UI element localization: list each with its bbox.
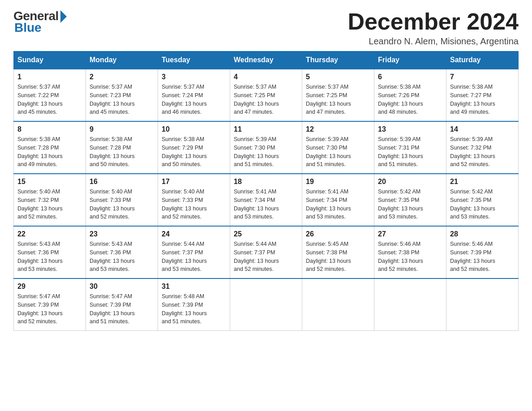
day-cell-13: 13Sunrise: 5:39 AMSunset: 7:31 PMDayligh… — [374, 121, 446, 174]
day-cell-25: 25Sunrise: 5:44 AMSunset: 7:37 PMDayligh… — [230, 226, 302, 278]
day-cell-24: 24Sunrise: 5:44 AMSunset: 7:37 PMDayligh… — [158, 226, 230, 278]
day-number: 5 — [306, 73, 370, 81]
day-number: 19 — [306, 178, 370, 186]
day-info: Sunrise: 5:38 AMSunset: 7:26 PMDaylight:… — [378, 83, 442, 116]
calendar-header-row: SundayMondayTuesdayWednesdayThursdayFrid… — [14, 51, 519, 69]
day-cell-26: 26Sunrise: 5:45 AMSunset: 7:38 PMDayligh… — [302, 226, 374, 278]
day-number: 24 — [162, 230, 226, 238]
empty-cell — [446, 278, 519, 331]
day-number: 26 — [306, 230, 370, 238]
week-row-5: 29Sunrise: 5:47 AMSunset: 7:39 PMDayligh… — [14, 278, 519, 331]
month-title: December 2024 — [348, 9, 519, 34]
day-number: 14 — [450, 125, 515, 133]
day-info: Sunrise: 5:40 AMSunset: 7:32 PMDaylight:… — [17, 188, 82, 221]
day-info: Sunrise: 5:38 AMSunset: 7:29 PMDaylight:… — [162, 135, 226, 169]
day-cell-11: 11Sunrise: 5:39 AMSunset: 7:30 PMDayligh… — [230, 121, 302, 174]
day-info: Sunrise: 5:39 AMSunset: 7:30 PMDaylight:… — [234, 135, 298, 169]
day-cell-12: 12Sunrise: 5:39 AMSunset: 7:30 PMDayligh… — [302, 121, 374, 174]
title-section: December 2024 Leandro N. Alem, Misiones,… — [348, 9, 519, 47]
day-info: Sunrise: 5:46 AMSunset: 7:39 PMDaylight:… — [450, 240, 515, 274]
week-row-2: 8Sunrise: 5:38 AMSunset: 7:28 PMDaylight… — [14, 121, 519, 174]
day-cell-8: 8Sunrise: 5:38 AMSunset: 7:28 PMDaylight… — [14, 121, 86, 174]
empty-cell — [230, 278, 302, 331]
day-number: 27 — [378, 230, 442, 238]
day-number: 15 — [17, 178, 82, 186]
day-info: Sunrise: 5:45 AMSunset: 7:38 PMDaylight:… — [306, 240, 370, 274]
header-thursday: Thursday — [302, 51, 374, 69]
day-number: 8 — [17, 125, 82, 133]
day-cell-5: 5Sunrise: 5:37 AMSunset: 7:25 PMDaylight… — [302, 69, 374, 121]
day-number: 16 — [90, 178, 154, 186]
day-cell-4: 4Sunrise: 5:37 AMSunset: 7:25 PMDaylight… — [230, 69, 302, 121]
day-number: 10 — [162, 125, 226, 133]
day-number: 29 — [17, 283, 82, 291]
day-info: Sunrise: 5:40 AMSunset: 7:33 PMDaylight:… — [90, 188, 154, 221]
day-info: Sunrise: 5:38 AMSunset: 7:28 PMDaylight:… — [17, 135, 82, 169]
day-cell-27: 27Sunrise: 5:46 AMSunset: 7:38 PMDayligh… — [374, 226, 446, 278]
header-saturday: Saturday — [446, 51, 519, 69]
day-cell-10: 10Sunrise: 5:38 AMSunset: 7:29 PMDayligh… — [158, 121, 230, 174]
day-info: Sunrise: 5:39 AMSunset: 7:30 PMDaylight:… — [306, 135, 370, 169]
header-wednesday: Wednesday — [230, 51, 302, 69]
header-monday: Monday — [86, 51, 158, 69]
day-cell-23: 23Sunrise: 5:43 AMSunset: 7:36 PMDayligh… — [86, 226, 158, 278]
header-tuesday: Tuesday — [158, 51, 230, 69]
day-number: 31 — [162, 283, 226, 291]
day-cell-16: 16Sunrise: 5:40 AMSunset: 7:33 PMDayligh… — [86, 174, 158, 226]
day-cell-30: 30Sunrise: 5:47 AMSunset: 7:39 PMDayligh… — [86, 278, 158, 331]
header-friday: Friday — [374, 51, 446, 69]
day-number: 28 — [450, 230, 515, 238]
day-info: Sunrise: 5:42 AMSunset: 7:35 PMDaylight:… — [378, 188, 442, 221]
day-cell-22: 22Sunrise: 5:43 AMSunset: 7:36 PMDayligh… — [14, 226, 86, 278]
day-number: 2 — [90, 73, 154, 81]
logo-blue-text: Blue — [14, 21, 42, 35]
day-info: Sunrise: 5:43 AMSunset: 7:36 PMDaylight:… — [17, 240, 82, 274]
day-cell-28: 28Sunrise: 5:46 AMSunset: 7:39 PMDayligh… — [446, 226, 519, 278]
day-info: Sunrise: 5:42 AMSunset: 7:35 PMDaylight:… — [450, 188, 515, 221]
day-info: Sunrise: 5:37 AMSunset: 7:22 PMDaylight:… — [17, 83, 82, 116]
day-cell-20: 20Sunrise: 5:42 AMSunset: 7:35 PMDayligh… — [374, 174, 446, 226]
day-number: 9 — [90, 125, 154, 133]
day-cell-14: 14Sunrise: 5:39 AMSunset: 7:32 PMDayligh… — [446, 121, 519, 174]
day-info: Sunrise: 5:37 AMSunset: 7:25 PMDaylight:… — [306, 83, 370, 116]
week-row-1: 1Sunrise: 5:37 AMSunset: 7:22 PMDaylight… — [14, 69, 519, 121]
day-info: Sunrise: 5:47 AMSunset: 7:39 PMDaylight:… — [90, 292, 154, 326]
day-info: Sunrise: 5:44 AMSunset: 7:37 PMDaylight:… — [162, 240, 226, 274]
empty-cell — [374, 278, 446, 331]
day-cell-18: 18Sunrise: 5:41 AMSunset: 7:34 PMDayligh… — [230, 174, 302, 226]
day-info: Sunrise: 5:39 AMSunset: 7:32 PMDaylight:… — [450, 135, 515, 169]
day-number: 23 — [90, 230, 154, 238]
day-info: Sunrise: 5:43 AMSunset: 7:36 PMDaylight:… — [90, 240, 154, 274]
day-number: 7 — [450, 73, 515, 81]
day-cell-15: 15Sunrise: 5:40 AMSunset: 7:32 PMDayligh… — [14, 174, 86, 226]
day-number: 4 — [234, 73, 298, 81]
day-number: 6 — [378, 73, 442, 81]
location: Leandro N. Alem, Misiones, Argentina — [348, 36, 519, 47]
day-number: 20 — [378, 178, 442, 186]
day-number: 1 — [17, 73, 82, 81]
day-cell-21: 21Sunrise: 5:42 AMSunset: 7:35 PMDayligh… — [446, 174, 519, 226]
day-number: 25 — [234, 230, 298, 238]
day-cell-3: 3Sunrise: 5:37 AMSunset: 7:24 PMDaylight… — [158, 69, 230, 121]
day-info: Sunrise: 5:37 AMSunset: 7:25 PMDaylight:… — [234, 83, 298, 116]
calendar-table: SundayMondayTuesdayWednesdayThursdayFrid… — [13, 51, 519, 331]
day-info: Sunrise: 5:44 AMSunset: 7:37 PMDaylight:… — [234, 240, 298, 274]
week-row-4: 22Sunrise: 5:43 AMSunset: 7:36 PMDayligh… — [14, 226, 519, 278]
day-cell-7: 7Sunrise: 5:38 AMSunset: 7:27 PMDaylight… — [446, 69, 519, 121]
day-info: Sunrise: 5:41 AMSunset: 7:34 PMDaylight:… — [306, 188, 370, 221]
day-number: 22 — [17, 230, 82, 238]
day-cell-9: 9Sunrise: 5:38 AMSunset: 7:28 PMDaylight… — [86, 121, 158, 174]
day-number: 18 — [234, 178, 298, 186]
day-info: Sunrise: 5:48 AMSunset: 7:39 PMDaylight:… — [162, 292, 226, 326]
day-cell-19: 19Sunrise: 5:41 AMSunset: 7:34 PMDayligh… — [302, 174, 374, 226]
day-number: 13 — [378, 125, 442, 133]
day-cell-31: 31Sunrise: 5:48 AMSunset: 7:39 PMDayligh… — [158, 278, 230, 331]
day-cell-17: 17Sunrise: 5:40 AMSunset: 7:33 PMDayligh… — [158, 174, 230, 226]
day-number: 3 — [162, 73, 226, 81]
day-number: 12 — [306, 125, 370, 133]
header-sunday: Sunday — [14, 51, 86, 69]
page-header: General Blue December 2024 Leandro N. Al… — [13, 9, 519, 47]
week-row-3: 15Sunrise: 5:40 AMSunset: 7:32 PMDayligh… — [14, 174, 519, 226]
day-info: Sunrise: 5:47 AMSunset: 7:39 PMDaylight:… — [17, 292, 82, 326]
day-info: Sunrise: 5:40 AMSunset: 7:33 PMDaylight:… — [162, 188, 226, 221]
